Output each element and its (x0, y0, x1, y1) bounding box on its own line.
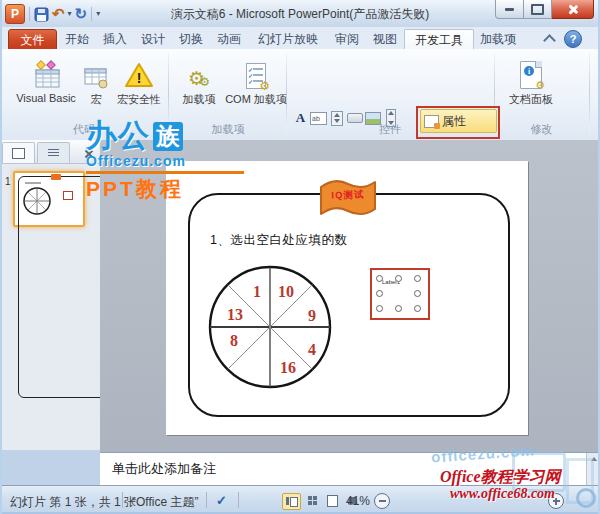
slides-tab[interactable] (2, 142, 35, 163)
macro-icon (83, 55, 109, 89)
save-icon[interactable] (34, 7, 49, 22)
selection-handle[interactable] (395, 305, 402, 312)
selection-handle[interactable] (376, 275, 383, 282)
thumbnail-text-line (25, 182, 41, 184)
visual-basic-button[interactable]: Visual Basic (14, 55, 78, 104)
spellcheck-icon[interactable]: ✓ (216, 493, 227, 508)
divider (122, 492, 123, 508)
banner-text: IQ测试 (318, 188, 378, 203)
selection-handle[interactable] (414, 290, 421, 297)
selection-handle[interactable] (395, 275, 402, 282)
selection-handle[interactable] (376, 305, 383, 312)
tab-file[interactable]: 文件 (8, 29, 57, 51)
help-button[interactable]: ? (564, 30, 582, 48)
group-separator (168, 53, 169, 133)
divider (29, 7, 30, 21)
undo-dropdown-icon[interactable]: ▾ (68, 10, 72, 18)
wheel-number: 1 (253, 283, 261, 301)
tab-review[interactable]: 审阅 (328, 29, 366, 49)
slides-panel: 1 (0, 140, 101, 450)
view-sorter-button[interactable] (304, 493, 321, 508)
number-wheel[interactable] (206, 263, 334, 391)
question-text[interactable]: 1、选出空白处应填的数 (210, 232, 347, 249)
powerpoint-window: P ↶ ▾ ↻ ▾ 演示文稿6 - Microsoft PowerPoint(产… (0, 0, 600, 514)
tab-design[interactable]: 设计 (134, 29, 172, 49)
slide-tab-icon (12, 148, 25, 159)
com-addins-icon: ✓ ✓ ✓ ⚙ (246, 55, 266, 89)
banner-ribbon-shape[interactable]: IQ测试 (318, 176, 378, 219)
wheel-number: 9 (308, 307, 316, 325)
quick-access-toolbar: P ↶ ▾ ↻ ▾ (5, 4, 100, 24)
undo-icon[interactable]: ↶ (52, 6, 65, 22)
group-label-controls: 控件 (286, 122, 494, 137)
view-normal-button[interactable] (282, 493, 301, 510)
wheel-number: 13 (227, 306, 243, 324)
ribbon: Visual Basic 宏 ! (0, 49, 600, 141)
com-addins-button[interactable]: ✓ ✓ ✓ ⚙ COM 加载项 (224, 55, 288, 107)
thumbnail-flag-icon (51, 174, 61, 180)
group-separator (589, 53, 590, 133)
notes-pane[interactable]: 单击此处添加备注 (100, 452, 600, 486)
group-label-modify: 修改 (494, 122, 589, 137)
close-button[interactable] (552, 0, 594, 19)
wheel-number: 10 (278, 283, 294, 301)
gears-icon: ⚙⚙ (188, 55, 210, 89)
selection-handle[interactable] (414, 275, 421, 282)
selection-handle[interactable] (376, 290, 383, 297)
tab-developer[interactable]: 开发工具 (404, 29, 474, 50)
window-title: 演示文稿6 - Microsoft PowerPoint(产品激活失败) (171, 6, 430, 23)
view-reading-button[interactable] (324, 493, 341, 508)
window-controls (495, 0, 594, 19)
titlebar: P ↶ ▾ ↻ ▾ 演示文稿6 - Microsoft PowerPoint(产… (0, 0, 600, 27)
tab-transitions[interactable]: 切换 (172, 29, 210, 49)
warning-icon: ! (123, 55, 155, 89)
outline-tab[interactable] (37, 142, 70, 163)
wheel-number: 16 (280, 359, 296, 377)
group-label-addins: 加载项 (170, 122, 286, 137)
group-label-code: 代码 (0, 122, 168, 137)
divider (206, 492, 207, 508)
divider (238, 492, 239, 508)
outline-tab-icon (48, 149, 59, 158)
tab-slideshow[interactable]: 幻灯片放映 (248, 29, 328, 49)
redo-icon[interactable]: ↻ (75, 6, 88, 22)
tab-addins[interactable]: 加载项 (474, 29, 522, 49)
document-panel-icon: i ⚙ (520, 55, 542, 89)
qat-customize-icon[interactable]: ▾ (96, 10, 100, 18)
wheel-number: 8 (230, 332, 238, 350)
selection-handle[interactable] (414, 305, 421, 312)
slide-thumbnail-number: 1 (5, 176, 11, 187)
svg-text:!: ! (137, 70, 142, 86)
tab-insert[interactable]: 插入 (96, 29, 134, 49)
zoom-in-button[interactable] (548, 493, 564, 509)
tab-home[interactable]: 开始 (58, 29, 96, 49)
scroll-up-icon[interactable] (591, 457, 597, 461)
thumbnail-wheel-icon (21, 185, 53, 217)
tab-animations[interactable]: 动画 (210, 29, 248, 49)
slide-thumbnail[interactable] (13, 171, 85, 227)
powerpoint-app-icon[interactable]: P (5, 4, 25, 24)
maximize-button[interactable] (524, 0, 552, 19)
macro-security-button[interactable]: ! 宏安全性 (112, 55, 166, 107)
label-activex-control[interactable]: Label1 (370, 268, 430, 320)
slide-count-status: 幻灯片 第 1 张，共 1 张 (10, 494, 136, 511)
zoom-out-button[interactable] (374, 493, 390, 509)
macro-button[interactable]: 宏 (80, 55, 112, 107)
addins-button[interactable]: ⚙⚙ 加载项 (174, 55, 224, 107)
thumbnail-control-box (63, 191, 73, 200)
notes-placeholder[interactable]: 单击此处添加备注 (112, 460, 216, 478)
panel-tabs (0, 140, 99, 164)
minimize-button[interactable] (495, 0, 524, 19)
zoom-level: 41% (346, 494, 370, 508)
tab-view[interactable]: 视图 (366, 29, 404, 49)
document-panel-button[interactable]: i ⚙ 文档面板 (500, 55, 562, 107)
status-bar: 幻灯片 第 1 张，共 1 张 “Office 主题” ✓ 41% (0, 485, 600, 514)
theme-name[interactable]: “Office 主题” (132, 494, 198, 511)
ribbon-tab-row: 文件 开始 插入 设计 切换 动画 幻灯片放映 审阅 视图 开发工具 加载项 (0, 27, 600, 49)
visual-basic-icon (31, 55, 61, 89)
wheel-number: 4 (308, 341, 316, 359)
panel-close-icon[interactable] (84, 149, 94, 159)
divider (91, 7, 92, 21)
slide-canvas[interactable]: IQ测试 1、选出空白处应填的数 1 10 9 4 16 8 13 Label1 (166, 161, 528, 435)
